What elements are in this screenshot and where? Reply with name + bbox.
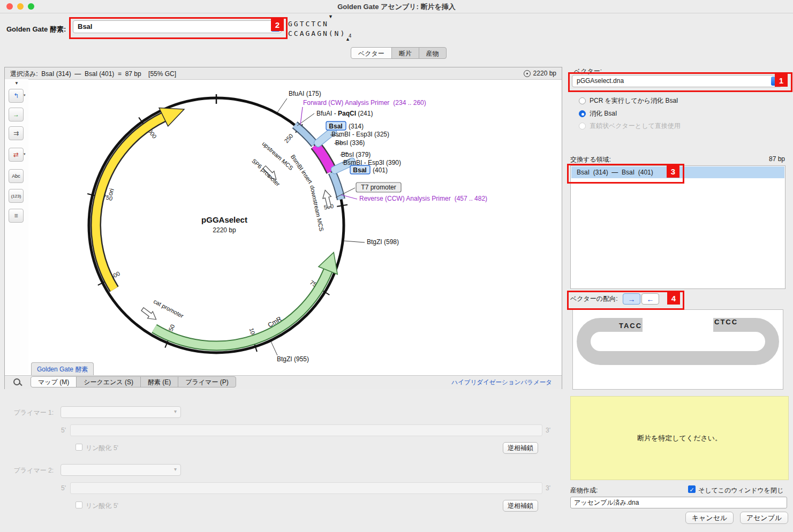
region-listbox[interactable]: BsaI (314) — BsaI (401) [570,165,786,289]
map-panel: 選択済み: BsaI (314) — BsaI (401) = 87 bp [5… [4,67,562,389]
primer2-dropdown[interactable]: ▾ [61,464,181,476]
product-section: 断片を特定してください。 産物作成: ✓ そしてこのウィンドウを閉じる キャンセ… [570,396,789,532]
label-bsai-401[interactable]: BsaI (401) [350,165,388,174]
cut-site-top-marker-icon: ▼ [328,14,333,19]
vector-opening-gap [643,317,713,334]
annotation-badge-3: 3 [667,165,679,178]
map-mode-tabs: マップ (M) シークエンス (S) 酵素 (E) プライマー (P) [31,376,236,387]
svg-text:BsmBI insert: BsmBI insert [290,154,314,185]
primer1-label: プライマー 1: [12,408,54,417]
plasmid-map-canvas[interactable]: 250 500 750 1000 1250 1500 1750 2000 [28,79,562,375]
align-tool-button[interactable]: ⇉ [9,126,24,140]
recognition-sequence-bottom: CCAGAGN(N) [288,29,346,37]
overhang-right: CTCC [714,318,738,326]
display-options-button[interactable]: ≡ [9,209,24,223]
primer2-phosphorylate-label: リン酸化 5' [86,501,118,511]
cancel-button[interactable]: キャンセル [685,512,734,524]
hybridization-params-link[interactable]: ハイブリダイゼーションパラメータ [451,378,552,386]
feature-arc-labels: ori CmR cat promoter SP6 promoter upstre… [106,140,324,329]
vector-preview: TACC CTCC [572,309,783,390]
primer2-label: プライマー 2: [12,466,54,475]
map-toolbar: ▼ ↰ ▾ → ⇉ ⇄ ▾ Abc (123) ≡ [5,79,28,374]
left-arrow-icon: ← [647,295,654,303]
feature-upstream-mcs[interactable] [295,125,315,144]
primer2-sequence-field[interactable] [70,482,542,494]
svg-text:(401): (401) [373,166,388,174]
tab-product[interactable]: 産物 [419,47,447,59]
primer1-revcomp-button[interactable]: 逆相補鎖 [503,442,538,454]
chevron-down-icon: ▾ [174,466,177,472]
primer1-sequence-field[interactable] [70,424,542,436]
enzyme-combobox[interactable]: BsaI ▴▾ [73,20,282,33]
svg-text:T7 promoter: T7 promoter [361,184,396,191]
label-t7-promoter[interactable]: T7 promoter [356,183,401,192]
primer2-revcomp-button[interactable]: 逆相補鎖 [503,500,538,512]
recognition-sequence-top: GGTCTCN [288,20,329,28]
svg-text:cat promoter: cat promoter [153,298,185,320]
tab-map-mode[interactable]: マップ (M) [31,376,77,387]
feature-bsmbi-insert[interactable] [315,145,332,171]
plasmid-name: pGGAselect [201,215,247,224]
tab-sequence-mode[interactable]: シークエンス (S) [76,376,141,387]
region-label: 交換する領域: [570,155,611,164]
svg-text:BsaI: BsaI [329,123,342,130]
label-bsai-314[interactable]: BsaI (314) [326,121,364,130]
radio-pcr-then-digest[interactable]: PCR を実行してから消化 BsaI [579,96,678,105]
orientation-forward-button[interactable]: → [623,293,640,305]
radio-selected-icon [579,110,586,117]
search-icon[interactable] [13,378,20,385]
selection-tool-button[interactable]: ↰ [9,89,24,103]
site-labels: BfuAI (175) Forward (CW) Analysis Primer… [277,90,487,363]
annotation-badge-1: 1 [775,74,788,87]
flip-tool-dropdown-icon[interactable]: ▾ [24,152,26,156]
svg-text:(314): (314) [349,123,364,130]
radio-disabled-icon [579,123,586,130]
label-bbsi-379: BbsI (379) [341,151,371,158]
primer1-dropdown[interactable]: ▾ [61,406,181,418]
total-size: 2220 bp [524,70,556,77]
cat-promoter-arrow-icon[interactable] [140,306,158,323]
selection-tool-dropdown-icon[interactable]: ▾ [24,93,26,97]
map-statusbar: 選択済み: BsaI (314) — BsaI (401) = 87 bp [5… [5,67,562,80]
primer1-5prime-label: 5' [61,427,66,434]
tab-primers-mode[interactable]: プライマー (P) [178,376,236,387]
toolbar-collapse-icon[interactable]: ▼ [5,81,28,86]
svg-text:BsaI: BsaI [353,166,366,174]
svg-text:SP6 promoter: SP6 promoter [251,157,281,187]
orientation-reverse-button[interactable]: ← [641,293,659,305]
flip-strand-tool-button[interactable]: ⇄ [9,148,24,162]
primer1-phosphorylate-checkbox[interactable] [75,444,82,451]
golden-gate-window: Golden Gate アセンブリ: 断片を挿入 Golden Gate 酵素:… [0,0,793,532]
label-btgzi-598: BtgZI (598) [367,238,399,246]
feature-cmr[interactable] [154,253,337,346]
primer1-phosphorylate-label: リン酸化 5' [86,444,118,453]
text-labels-button[interactable]: Abc [9,169,24,183]
primer2-phosphorylate-checkbox[interactable] [75,501,82,508]
insert-arrow-tool-button[interactable]: → [9,108,24,121]
close-window-checkbox[interactable]: ✓ [688,485,696,493]
assemble-button[interactable]: アセンブル [740,512,788,524]
label-bsmbi-325: BsmBI - Esp3I (325) [331,131,389,138]
vector-combobox[interactable]: pGGAselect.dna ▴▾ [572,75,782,87]
tab-enzymes-mode[interactable]: 酵素 (E) [140,376,178,387]
region-size: 87 bp [750,155,785,163]
annotation-badge-4: 4 [667,292,680,305]
tab-fragment[interactable]: 断片 [391,47,419,59]
view-tabs: ベクター 断片 産物 [351,47,447,59]
tab-vector[interactable]: ベクター [351,47,392,59]
tab-golden-gate-enzyme[interactable]: Golden Gate 酵素 [31,362,94,375]
radio-linear-label: 直鎖状ベクターとして直接使用 [590,121,681,131]
cut-site-bottom-marker-icon: ▲ [345,36,350,42]
selection-status: 選択済み: BsaI (314) — BsaI (401) = 87 bp [5… [10,70,176,79]
titlebar: Golden Gate アセンブリ: 断片を挿入 [0,0,793,13]
create-product-label: 産物作成: [570,486,598,495]
radio-digest[interactable]: 消化 BsaI [579,109,617,118]
total-bp-value: 2220 bp [533,70,556,77]
position-numbers-button[interactable]: (123) [9,189,24,203]
annotation-badge-2: 2 [271,18,284,31]
radio-use-linear[interactable]: 直鎖状ベクターとして直接使用 [579,121,681,131]
map-mode-bar: マップ (M) シークエンス (S) 酵素 (E) プライマー (P) ハイブリ… [5,375,562,389]
product-filename-input[interactable] [570,497,787,508]
primer2-3prime-label: 3' [546,484,550,492]
right-arrow-icon: → [628,295,636,303]
